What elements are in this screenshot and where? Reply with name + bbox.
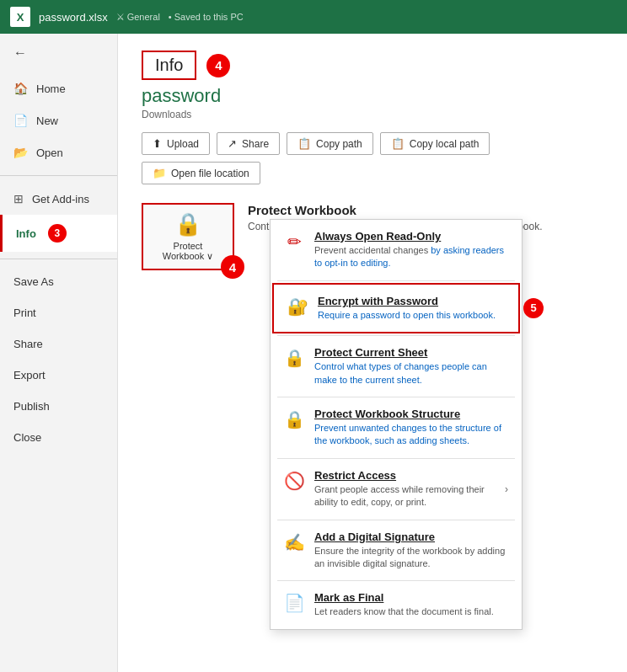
back-icon: ← [13,45,27,61]
sidebar: ← 🏠 Home 📄 New 📂 Open ⊞ Get Add-ins Inf [0,34,118,672]
info-header: Info 4 [142,51,603,80]
copy-local-icon: 📋 [391,137,405,150]
mark-final-title: Mark as Final [314,591,508,604]
share-label: Share [242,138,269,150]
file-name: password [142,85,603,107]
sidebar-label-export: Export [13,369,46,381]
open-icon: 📂 [13,146,28,159]
dropdown-item-mark-final[interactable]: 📄 Mark as Final Let readers know that th… [271,581,522,628]
sidebar-item-export[interactable]: Export [0,360,117,391]
protect-lock-icon: 🔒 [174,211,201,237]
sidebar-item-saveas[interactable]: Save As [0,266,117,297]
dropdown-item-digital-sig[interactable]: ✍ Add a Digital Signature Ensure the int… [271,520,522,581]
getaddins-icon: ⊞ [13,192,24,205]
protect-sheet-content: Protect Current Sheet Control what types… [314,346,508,387]
encrypt-title: Encrypt with Password [318,295,505,307]
restrict-access-desc: Grant people access while removing their… [314,483,495,509]
sidebar-label-saveas: Save As [13,275,54,288]
dropdown-item-always-readonly[interactable]: ✏ Always Open Read-Only Prevent accident… [271,220,522,280]
copy-path-button[interactable]: 📋 Copy path [287,132,373,155]
mark-final-desc: Let readers know that the document is fi… [314,605,508,618]
digital-sig-title: Add a Digital Signature [314,531,508,543]
sidebar-item-new[interactable]: 📄 New [0,104,117,136]
sidebar-label-print: Print [13,307,36,319]
restrict-access-icon: 🚫 [284,471,304,491]
open-file-location-button[interactable]: 📁 Open file location [142,162,260,184]
restrict-access-arrow: › [505,483,508,495]
dropdown-item-protect-sheet[interactable]: 🔒 Protect Current Sheet Control what typ… [271,336,522,397]
protect-sheet-desc: Control what types of changes people can… [314,360,508,387]
back-button[interactable]: ← [0,34,117,72]
file-location: Downloads [142,109,603,120]
sidebar-item-share[interactable]: Share [0,328,117,360]
protect-label: Protect Workbook ∨ [163,241,213,262]
dropdown-divider-1 [277,280,515,281]
copy-local-label: Copy local path [410,138,480,150]
sidebar-item-print[interactable]: Print [0,297,117,328]
encrypt-icon: 🔐 [287,296,308,317]
sidebar-item-home[interactable]: 🏠 Home [0,72,117,104]
upload-label: Upload [167,138,199,150]
protect-step-4: 4 [221,255,244,279]
dropdown-item-encrypt-password[interactable]: 🔐 Encrypt with Password Require a passwo… [272,283,520,333]
protect-structure-title: Protect Workbook Structure [314,408,508,420]
sidebar-divider-1 [0,175,117,176]
share-icon: ↗ [228,137,237,150]
sidebar-item-publish[interactable]: Publish [0,391,117,422]
info-title: Info [142,51,196,80]
protect-step-badge: 4 [221,255,244,279]
protect-btn-wrapper: 🔒 Protect Workbook ∨ 4 [142,203,234,270]
protect-structure-icon: 🔒 [284,409,304,429]
sidebar-item-getaddins[interactable]: ⊞ Get Add-ins [0,183,117,215]
digital-sig-icon: ✍ [284,532,304,552]
encrypt-desc: Require a password to open this workbook… [318,309,505,322]
open-file-icon: 📁 [153,167,166,179]
readonly-icon: ✏ [284,232,304,252]
sidebar-nav: 🏠 Home 📄 New 📂 Open ⊞ Get Add-ins Info 3 [0,72,117,453]
restrict-access-content: Restrict Access Grant people access whil… [314,469,495,509]
main-content: Info 4 password Downloads ⬆ Upload ↗ Sha… [118,34,627,672]
title-shield: ⚔ General [116,12,160,23]
title-filename: password.xlsx [39,11,108,24]
app-logo: X [10,7,30,27]
home-icon: 🏠 [13,82,28,95]
sidebar-label-open: Open [36,147,63,159]
dropdown-item-protect-structure[interactable]: 🔒 Protect Workbook Structure Prevent unw… [271,397,522,458]
mark-final-content: Mark as Final Let readers know that the … [314,591,508,618]
action-buttons: ⬆ Upload ↗ Share 📋 Copy path 📋 Copy loca… [142,132,603,184]
mark-final-icon: 📄 [284,593,304,613]
protect-structure-desc: Prevent unwanted changes to the structur… [314,422,508,448]
copy-local-path-button[interactable]: 📋 Copy local path [380,132,490,155]
sidebar-label-close: Close [13,431,41,444]
sidebar-label-getaddins: Get Add-ins [32,193,89,205]
protect-title: Protect Workbook [248,203,603,217]
encrypt-content: Encrypt with Password Require a password… [318,295,505,322]
upload-icon: ⬆ [153,137,162,150]
dropdown-item-restrict-access[interactable]: 🚫 Restrict Access Grant people access wh… [271,459,522,520]
sidebar-item-close[interactable]: Close [0,422,117,453]
app-body: ← 🏠 Home 📄 New 📂 Open ⊞ Get Add-ins Inf [0,34,627,672]
sidebar-label-info: Info [16,227,36,240]
protect-sheet-icon: 🔒 [284,348,304,368]
sidebar-item-open[interactable]: 📂 Open [0,136,117,168]
readonly-title: Always Open Read-Only [314,230,508,243]
info-step-badge: 4 [206,54,230,77]
sidebar-divider-2 [0,259,117,259]
share-button[interactable]: ↗ Share [217,132,280,155]
upload-button[interactable]: ⬆ Upload [142,132,210,155]
new-icon: 📄 [13,114,28,127]
protect-structure-content: Protect Workbook Structure Prevent unwan… [314,408,508,448]
protect-sheet-title: Protect Current Sheet [314,346,508,359]
sidebar-label-home: Home [36,83,66,95]
sidebar-label-share: Share [13,338,43,350]
title-saved: • Saved to this PC [169,12,244,22]
sidebar-step-badge-3: 3 [48,224,67,243]
readonly-content: Always Open Read-Only Prevent accidental… [314,230,508,270]
open-file-label: Open file location [171,168,249,179]
sidebar-bottom: Close [0,422,117,453]
sidebar-label-publish: Publish [13,400,50,413]
sidebar-label-new: New [36,115,58,127]
copy-path-label: Copy path [316,138,362,150]
title-bar: X password.xlsx ⚔ General • Saved to thi… [0,0,627,34]
sidebar-item-info[interactable]: Info 3 [0,215,117,252]
